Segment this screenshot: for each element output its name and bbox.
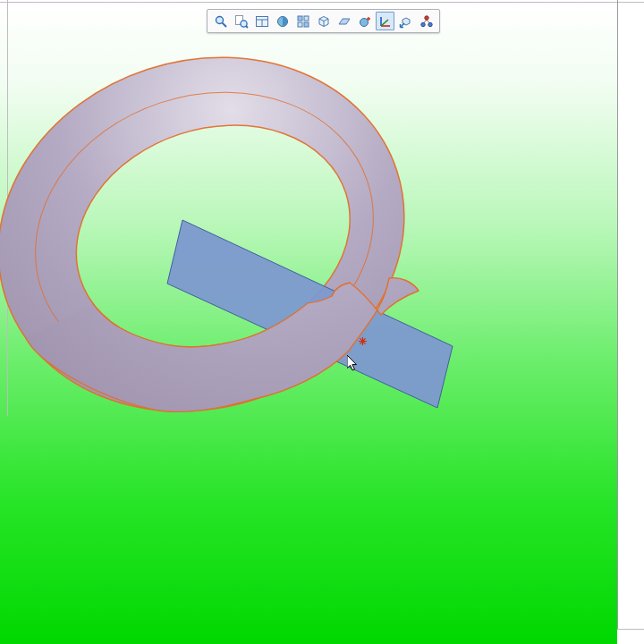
shaded-sphere-button[interactable] — [273, 12, 292, 30]
window-border-bottom — [617, 629, 644, 630]
magnifier-icon — [214, 14, 228, 29]
molecule-icon — [419, 14, 434, 29]
plane-button[interactable] — [335, 12, 353, 30]
molecule-button[interactable] — [417, 12, 436, 30]
cube-arrow-button[interactable] — [396, 12, 415, 30]
squares-grid-icon — [296, 14, 310, 29]
view-toolbar — [207, 9, 440, 33]
cube-icon — [317, 14, 331, 29]
window-margin-right — [618, 0, 644, 644]
window-border-right[interactable] — [617, 0, 618, 630]
window-grid-button[interactable] — [252, 12, 271, 30]
axes-button[interactable] — [376, 12, 394, 30]
magnifier-button[interactable] — [211, 12, 230, 30]
3d-viewport[interactable] — [0, 0, 617, 644]
shaded-sphere-icon — [275, 14, 290, 29]
sphere-plus-icon — [358, 14, 372, 29]
window-grid-icon — [255, 14, 269, 29]
axes-icon — [378, 14, 393, 29]
squares-grid-button[interactable] — [293, 12, 312, 30]
page-magnifier-icon — [234, 14, 249, 29]
sphere-plus-button[interactable] — [355, 12, 374, 30]
plane-icon — [337, 14, 352, 29]
cube-button[interactable] — [314, 12, 333, 30]
application-window — [0, 0, 644, 644]
page-magnifier-button[interactable] — [232, 12, 250, 30]
cube-arrow-icon — [399, 14, 413, 29]
